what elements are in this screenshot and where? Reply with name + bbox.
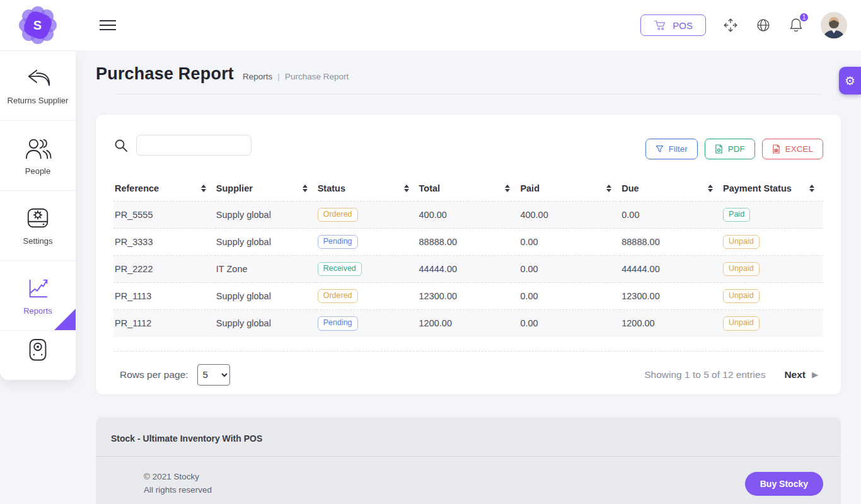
cell-paid: 0.00: [519, 310, 620, 337]
cell-supplier: IT Zone: [215, 256, 316, 283]
sidebar-item-pos-device[interactable]: [0, 331, 76, 380]
header-divider: [116, 94, 821, 94]
cell-reference: PR_1112: [113, 310, 215, 337]
sort-icon[interactable]: [606, 185, 611, 192]
column-header-reference[interactable]: Reference: [113, 178, 215, 202]
sidebar-item-settings[interactable]: Settings: [0, 191, 76, 261]
webcam-icon: [24, 337, 52, 370]
sidebar-item-label: People: [25, 166, 50, 176]
showing-entries-text: Showing 1 to 5 of 12 entries: [644, 369, 765, 381]
return-arrow-icon: [24, 66, 52, 90]
copyright-text: © 2021 Stocky: [144, 471, 212, 484]
status-badge: Ordered: [318, 289, 358, 304]
excel-file-icon: [772, 144, 780, 154]
column-header-supplier[interactable]: Supplier: [215, 178, 316, 202]
cell-paid: 400.00: [519, 202, 620, 229]
sort-icon[interactable]: [201, 185, 206, 192]
sidebar-item-label: Reports: [23, 306, 52, 316]
theme-settings-button[interactable]: ⚙: [839, 67, 861, 94]
cell-supplier: Supply global: [215, 202, 316, 229]
column-header-payment-status[interactable]: Payment Status: [722, 178, 823, 202]
column-header-due[interactable]: Due: [620, 178, 722, 202]
footer-title: Stock - Ultimate Inventory With POS: [96, 417, 841, 456]
notifications-button[interactable]: 1: [788, 16, 804, 34]
cell-reference: PR_1113: [113, 283, 215, 310]
expand-arrows-icon: [722, 17, 739, 33]
next-page-button[interactable]: Next ▶: [784, 369, 818, 381]
payment-status-badge: Unpaid: [723, 289, 760, 304]
pdf-export-button[interactable]: PDF: [705, 139, 755, 159]
footer: Stock - Ultimate Inventory With POS © 20…: [96, 417, 841, 504]
cell-reference: PR_5555: [113, 202, 215, 229]
table-row[interactable]: PR_2222 IT Zone Received 44444.00 0.00 4…: [113, 256, 823, 283]
cell-due: 12300.00: [620, 283, 722, 310]
search-input[interactable]: [136, 135, 251, 156]
payment-status-badge: Unpaid: [723, 262, 760, 277]
sort-icon[interactable]: [505, 185, 510, 192]
cell-due: 0.00: [620, 202, 722, 229]
cart-icon: [654, 20, 666, 31]
buy-stocky-button[interactable]: Buy Stocky: [745, 472, 823, 496]
cell-supplier: Supply global: [215, 283, 316, 310]
status-badge: Received: [318, 262, 362, 277]
cell-total: 400.00: [418, 202, 519, 229]
menu-toggle-icon[interactable]: [96, 13, 120, 37]
column-header-paid[interactable]: Paid: [519, 178, 620, 202]
filter-button[interactable]: Filter: [645, 139, 698, 159]
sidebar-item-reports[interactable]: Reports: [0, 261, 76, 331]
table-row[interactable]: PR_3333 Supply global Pending 88888.00 0…: [113, 229, 823, 256]
breadcrumb-separator: |: [277, 72, 280, 81]
cell-paid: 0.00: [519, 283, 620, 310]
funnel-icon: [656, 145, 664, 153]
language-button[interactable]: [755, 17, 771, 33]
cell-reference: PR_2222: [113, 256, 215, 283]
status-badge: Pending: [318, 316, 358, 331]
cell-paid: 0.00: [519, 229, 620, 256]
payment-status-badge: Paid: [723, 208, 750, 222]
sort-icon[interactable]: [708, 185, 713, 192]
sidebar-item-people[interactable]: People: [0, 121, 76, 191]
avatar-image: [821, 12, 847, 38]
rows-per-page-select[interactable]: 5: [197, 364, 230, 386]
purchase-report-table: Reference Supplier Status Total Paid Due…: [113, 178, 823, 337]
table-row[interactable]: PR_5555 Supply global Ordered 400.00 400…: [113, 202, 823, 229]
table-row[interactable]: PR_1112 Supply global Pending 1200.00 0.…: [113, 310, 823, 337]
excel-button-label: EXCEL: [785, 144, 813, 154]
cell-total: 88888.00: [418, 229, 519, 256]
sort-icon[interactable]: [809, 185, 814, 192]
rights-text: All rights reserved: [144, 484, 212, 497]
cell-paid: 0.00: [519, 256, 620, 283]
cell-total: 44444.00: [418, 256, 519, 283]
cell-supplier: Supply global: [215, 310, 316, 337]
breadcrumb-current: Purchase Report: [285, 72, 349, 81]
top-bar: S POS: [0, 0, 861, 50]
breadcrumb-section[interactable]: Reports: [243, 72, 272, 81]
cell-supplier: Supply global: [215, 229, 316, 256]
table-row[interactable]: PR_1113 Supply global Ordered 12300.00 0…: [113, 283, 823, 310]
sidebar-item-returns-supplier[interactable]: Returns Supplier: [0, 51, 76, 121]
sidebar-item-label: Returns Supplier: [8, 96, 69, 106]
sort-icon[interactable]: [404, 185, 409, 192]
app-logo[interactable]: S: [0, 8, 76, 43]
column-header-total[interactable]: Total: [418, 178, 519, 202]
cell-total: 1200.00: [418, 310, 519, 337]
sidebar: Returns Supplier People Settings Report: [0, 50, 76, 380]
status-badge: Pending: [318, 235, 358, 249]
gear-icon: ⚙: [845, 75, 855, 87]
excel-export-button[interactable]: EXCEL: [762, 139, 823, 159]
pagination-bar: Rows per page: 5 Showing 1 to 5 of 12 en…: [113, 351, 823, 386]
user-avatar[interactable]: [821, 12, 847, 38]
main-content: Purchase Report Reports|Purchase Report: [76, 50, 861, 504]
cell-reference: PR_3333: [113, 229, 215, 256]
page-title: Purchase Report: [96, 64, 234, 84]
pos-button-label: POS: [673, 20, 693, 31]
pos-button[interactable]: POS: [640, 14, 706, 36]
people-icon: [23, 135, 52, 161]
pdf-file-icon: [715, 144, 723, 154]
pdf-button-label: PDF: [728, 144, 745, 154]
sort-icon[interactable]: [303, 185, 308, 192]
column-header-status[interactable]: Status: [316, 178, 418, 202]
report-card: Filter PDF EXCEL Refe: [96, 115, 841, 394]
status-badge: Ordered: [318, 208, 358, 222]
fullscreen-button[interactable]: [722, 17, 739, 33]
